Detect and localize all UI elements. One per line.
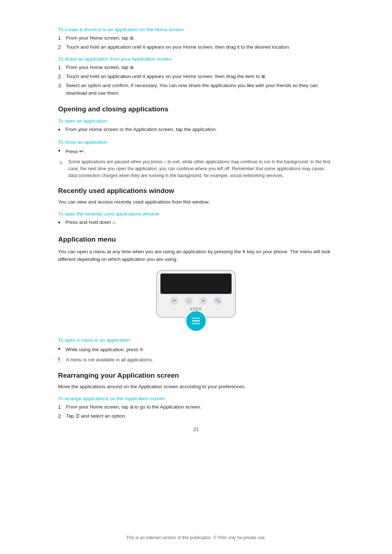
menu-icon-inline: ≡	[140, 346, 143, 352]
open-app-list: • From your Home screen or the Applicati…	[58, 126, 334, 134]
recently-title: Recently used applications window	[58, 187, 334, 195]
recently-para: You can view and access recently used ap…	[58, 198, 334, 206]
recently-section: Recently used applications window You ca…	[58, 187, 334, 227]
opening-title: Opening and closing applications	[58, 105, 334, 113]
shortcut-heading: To create a shortcut to an application o…	[58, 27, 334, 32]
page-number: 21	[58, 427, 334, 432]
close-app-item: • Press ↩.	[58, 147, 334, 156]
opening-section: Opening and closing applications To open…	[58, 105, 334, 179]
search-btn: 🔍	[214, 297, 222, 305]
shortcut-section: To create a shortcut to an application o…	[58, 27, 334, 51]
open-app-item: • From your Home screen or the Applicati…	[58, 126, 334, 134]
recently-list: • Press and hold down ⌂.	[58, 219, 334, 227]
grid-icon-2: ⊞	[130, 64, 133, 71]
home-icon-2: ⌂	[113, 219, 115, 225]
share-step-2: 2 Touch and hold an application until it…	[58, 73, 334, 81]
phone-screen	[160, 274, 232, 294]
note-text: Some applications are paused when you pr…	[68, 159, 334, 179]
open-app-heading: To open an application	[58, 118, 334, 124]
share-steps: 1 From your Home screen, tap ⊞. 2 Touch …	[58, 64, 334, 97]
rearranging-section: Rearranging your Application screen Move…	[58, 372, 334, 420]
back-icon: ↩	[79, 148, 84, 154]
menu-line-1	[192, 318, 200, 319]
shortcut-step-2: 2 Touch and hold an application until it…	[58, 44, 334, 51]
rearranging-para: Move the applications around on the Appl…	[58, 383, 334, 391]
arrange-steps: 1 From your Home screen, tap ⊞ to go to …	[58, 403, 334, 420]
phone-buttons: ↩ ⌂ ≡ 🔍	[170, 297, 222, 305]
recently-item: • Press and hold down ⌂.	[58, 219, 334, 227]
menu-inline-icon: ≡	[242, 248, 246, 254]
arrange-step-1: 1 From your Home screen, tap ⊞ to go to …	[58, 403, 334, 411]
open-menu-item: • While using the application, press ≡.	[58, 345, 334, 354]
back-btn: ↩	[170, 297, 178, 305]
grid-icon: ⊞	[130, 35, 133, 42]
menu-line-2	[192, 320, 200, 321]
menu-lines	[192, 318, 200, 324]
phone-diagram: ↩ ⌂ ≡ 🔍 XPER	[58, 270, 334, 331]
close-app-list: • Press ↩.	[58, 147, 334, 156]
footer-notice: This is an Internet version of this publ…	[0, 535, 392, 540]
share-step-1: 1 From your Home screen, tap ⊞.	[58, 64, 334, 71]
phone-label: XPER	[190, 307, 202, 311]
warning-text: A menu is not available in all applicati…	[66, 356, 153, 364]
home-btn: ⌂	[185, 297, 193, 305]
appmenu-title: Application menu	[58, 235, 334, 243]
share-heading: To share an application from your Applic…	[58, 56, 334, 62]
warning-icon: !	[58, 357, 66, 363]
share-step-3: 3 Select an option and confirm, if neces…	[58, 82, 334, 97]
shortcut-step-1: 1 From your Home screen, tap ⊞ .	[58, 34, 334, 42]
close-app-heading: To close an application	[58, 139, 334, 145]
recently-heading: To open the recently used applications w…	[58, 211, 334, 217]
appmenu-section: Application menu You can open a menu at …	[58, 235, 334, 364]
options-icon: ☰	[75, 413, 80, 419]
menu-line-3	[192, 323, 200, 324]
phone-body: ↩ ⌂ ≡ 🔍 XPER	[156, 270, 236, 318]
rearranging-title: Rearranging your Application screen	[58, 372, 334, 379]
grid-icon-3: ⊞	[130, 404, 133, 411]
share-icon: ⊠	[261, 73, 265, 80]
warning-block: ! A menu is not available in all applica…	[58, 356, 334, 364]
menu-circle	[186, 311, 206, 331]
appmenu-para: You can open a menu at any time when you…	[58, 247, 334, 263]
share-section: To share an application from your Applic…	[58, 56, 334, 97]
open-menu-list: • While using the application, press ≡.	[58, 345, 334, 354]
home-icon: ⌂	[164, 159, 167, 164]
menu-btn: ≡	[199, 297, 207, 305]
open-menu-heading: To open a menu in an application	[58, 337, 334, 343]
arrange-step-2: 2 Tap ☰ and select an option.	[58, 413, 334, 420]
arrange-heading: To arrange applications on the Applicati…	[58, 396, 334, 401]
shortcut-steps: 1 From your Home screen, tap ⊞ . 2 Touch…	[58, 34, 334, 51]
note-block: ✳ Some applications are paused when you …	[58, 159, 334, 179]
note-icon: ✳	[58, 159, 68, 167]
